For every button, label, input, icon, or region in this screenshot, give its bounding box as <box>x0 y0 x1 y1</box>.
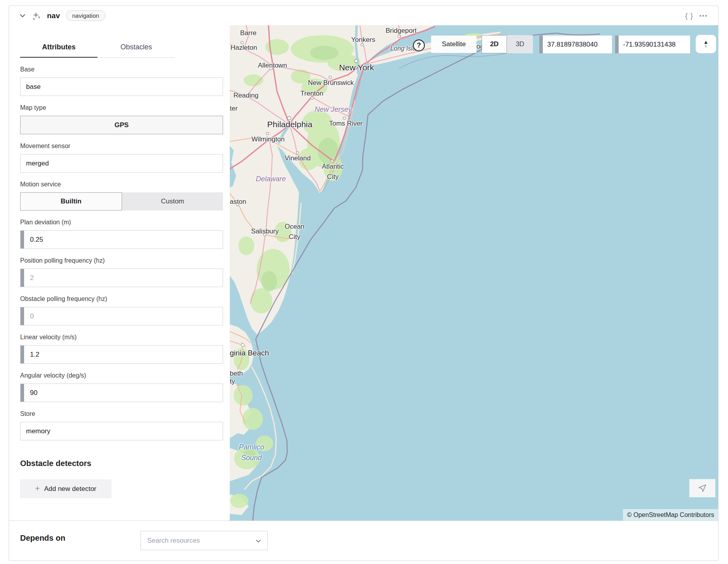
service-type-badge: navigation <box>66 10 105 21</box>
plan-deviation-field <box>20 230 223 249</box>
base-field <box>20 77 223 96</box>
angular-velocity-field <box>20 384 223 402</box>
recenter-button[interactable] <box>689 479 715 497</box>
view-3d-button[interactable]: 3D <box>507 35 533 53</box>
store-input[interactable] <box>21 422 223 440</box>
number-input-bar <box>21 307 24 325</box>
base-input[interactable] <box>21 78 223 96</box>
tab-bar: Attributes Obstacles <box>20 43 223 58</box>
latitude-field <box>539 36 612 53</box>
add-detector-label: Add new detector <box>44 485 96 493</box>
depends-on-label: Depends on <box>20 534 65 543</box>
angular-velocity-input[interactable] <box>21 384 223 402</box>
plan-deviation-input[interactable] <box>21 231 223 248</box>
obstacle-polling-label: Obstacle polling frequency (hz) <box>20 295 223 303</box>
card-header: nav navigation { } ••• <box>9 6 718 25</box>
search-resources-placeholder: Search resources <box>147 537 256 545</box>
map-canvas <box>230 25 718 521</box>
number-input-bar <box>21 346 24 363</box>
number-input-bar <box>615 36 619 53</box>
nav-service-card: nav navigation { } ••• Attributes Obstac… <box>9 6 719 561</box>
motion-service-label: Motion service <box>20 181 223 188</box>
number-input-bar <box>21 231 24 248</box>
navigate-arrow-icon <box>698 483 707 493</box>
base-label: Base <box>20 66 223 73</box>
movement-sensor-input[interactable] <box>21 154 223 172</box>
map-type-gps-button[interactable]: GPS <box>20 116 223 134</box>
motion-service-segmented: Builtin Custom <box>20 192 223 211</box>
obstacle-polling-field <box>20 307 223 325</box>
linear-velocity-field <box>20 345 223 364</box>
number-input-bar <box>21 384 24 402</box>
chevron-down-icon <box>256 537 261 544</box>
tab-obstacles[interactable]: Obstacles <box>98 43 175 58</box>
linear-velocity-input[interactable] <box>21 346 223 363</box>
latitude-input[interactable] <box>539 36 612 53</box>
satellite-toggle-button[interactable]: Satellite <box>431 36 477 53</box>
plus-icon: + <box>35 484 40 493</box>
angular-velocity-label: Angular velocity (deg/s) <box>20 372 223 379</box>
movement-sensor-field <box>20 154 223 173</box>
navigation-map[interactable]: BarreHazletonAllentownYonkersBridgeportN… <box>230 25 718 521</box>
number-input-bar <box>539 36 543 53</box>
motion-service-custom-option[interactable]: Custom <box>122 192 223 211</box>
longitude-input[interactable] <box>615 36 690 53</box>
store-label: Store <box>20 410 223 417</box>
card-title: nav <box>47 11 60 20</box>
plan-deviation-label: Plan deviation (m) <box>20 219 223 226</box>
linear-velocity-label: Linear velocity (m/s) <box>20 334 223 341</box>
store-field <box>20 422 223 440</box>
depends-on-select[interactable]: Search resources <box>141 531 268 550</box>
add-detector-button[interactable]: + Add new detector <box>20 479 111 498</box>
navigation-service-icon <box>32 11 41 21</box>
stepper-down-icon[interactable]: ▼ <box>704 44 709 49</box>
overflow-menu-icon[interactable]: ••• <box>699 12 708 19</box>
position-polling-label: Position polling frequency (hz) <box>20 257 223 264</box>
json-mode-icon[interactable]: { } <box>685 11 693 20</box>
coordinate-stepper[interactable]: ▲ ▼ <box>696 35 716 53</box>
obstacle-detectors-heading: Obstacle detectors <box>20 459 223 468</box>
tab-attributes[interactable]: Attributes <box>20 43 98 58</box>
card-footer: Depends on Search resources <box>9 521 718 560</box>
collapse-chevron-icon[interactable] <box>19 13 26 19</box>
config-panel: Attributes Obstacles Base Map type GPS M… <box>9 25 230 521</box>
motion-service-builtin-option[interactable]: Builtin <box>20 192 122 211</box>
obstacle-polling-input[interactable] <box>21 307 223 325</box>
position-polling-field <box>20 269 223 287</box>
map-help-button[interactable]: ? <box>413 39 425 51</box>
position-polling-input[interactable] <box>21 269 223 287</box>
movement-sensor-label: Movement sensor <box>20 143 223 150</box>
view-2d-button[interactable]: 2D <box>482 35 507 53</box>
longitude-field <box>615 36 690 53</box>
number-input-bar <box>21 269 24 287</box>
map-attribution: © OpenStreetMap Contributors <box>623 509 718 521</box>
map-type-label: Map type <box>20 104 223 111</box>
